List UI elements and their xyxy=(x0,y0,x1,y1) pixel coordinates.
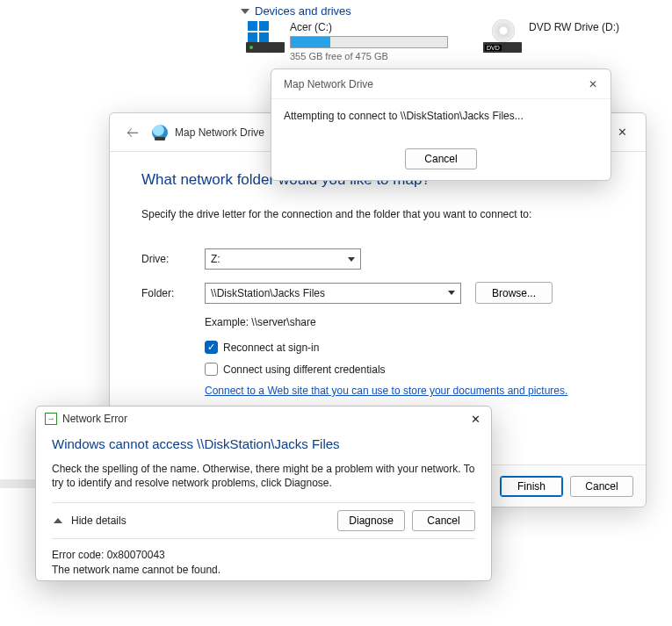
connect-dialog-message: Attempting to connect to \\DiskStation\J… xyxy=(284,110,524,122)
error-titlebar: Network Error ✕ xyxy=(36,407,491,431)
drive-c-usage-bar xyxy=(290,36,448,48)
reconnect-label: Reconnect at sign-in xyxy=(223,342,319,354)
reconnect-checkbox[interactable] xyxy=(205,341,218,354)
error-close-button[interactable]: ✕ xyxy=(459,408,491,429)
error-heading: Windows cannot access \\DiskStation\Jack… xyxy=(52,436,475,451)
hide-details-toggle[interactable]: Hide details xyxy=(54,514,126,527)
error-body-text: Check the spelling of the name. Otherwis… xyxy=(52,462,475,490)
drive-c-icon xyxy=(246,21,283,53)
devices-and-drives-header[interactable]: Devices and drives xyxy=(241,4,672,18)
connect-website-link[interactable]: Connect to a Web site that you can use t… xyxy=(205,385,567,397)
drive-letter-dropdown[interactable]: Z: xyxy=(205,248,361,270)
folder-path-value: \\DiskStation\Jacks Files xyxy=(211,287,325,299)
connect-dialog-title: Map Network Drive xyxy=(284,78,373,90)
drive-letter-value: Z: xyxy=(211,253,220,265)
error-message: The network name cannot be found. xyxy=(52,563,475,578)
wizard-title: Map Network Drive xyxy=(175,126,264,139)
wizard-instruction: Specify the drive letter for the connect… xyxy=(141,208,614,220)
wizard-cancel-button[interactable]: Cancel xyxy=(570,476,633,497)
connect-dialog-close-button[interactable]: ✕ xyxy=(575,73,611,96)
example-text: Example: \\server\share xyxy=(205,316,614,328)
different-credentials-label: Connect using different credentials xyxy=(223,363,386,376)
drive-label: Drive: xyxy=(141,253,205,265)
error-code: Error code: 0x80070043 xyxy=(52,548,475,563)
attempting-connect-dialog: Map Network Drive ✕ Attempting to connec… xyxy=(271,68,611,181)
different-credentials-checkbox[interactable] xyxy=(205,363,218,376)
finish-button[interactable]: Finish xyxy=(500,476,563,497)
back-button[interactable]: 🡠 xyxy=(120,120,145,145)
section-title: Devices and drives xyxy=(255,4,351,18)
diagnose-button[interactable]: Diagnose xyxy=(337,510,405,531)
connect-dialog-titlebar: Map Network Drive ✕ xyxy=(271,69,611,99)
chevron-down-icon xyxy=(348,257,355,262)
drive-c[interactable]: Acer (C:) 355 GB free of 475 GB xyxy=(246,21,448,61)
arrow-left-icon: 🡠 xyxy=(126,126,139,140)
dvd-drive-icon: DVD xyxy=(483,21,522,53)
drive-c-name: Acer (C:) xyxy=(290,21,448,33)
drive-c-free-text: 355 GB free of 475 GB xyxy=(290,51,448,61)
error-title: Network Error xyxy=(62,413,127,425)
folder-label: Folder: xyxy=(141,287,205,299)
network-error-dialog: Network Error ✕ Windows cannot access \\… xyxy=(35,406,492,581)
chevron-down-icon xyxy=(448,291,455,295)
hide-details-label: Hide details xyxy=(71,514,126,527)
drive-d-name: DVD RW Drive (D:) xyxy=(529,21,619,33)
browse-button[interactable]: Browse... xyxy=(475,282,553,304)
folder-path-combobox[interactable]: \\DiskStation\Jacks Files xyxy=(205,283,461,304)
error-cancel-button[interactable]: Cancel xyxy=(412,510,475,531)
error-details: Error code: 0x80070043 The network name … xyxy=(52,539,475,578)
chevron-up-icon xyxy=(54,518,62,523)
drive-d[interactable]: DVD DVD RW Drive (D:) xyxy=(483,21,672,53)
network-error-icon xyxy=(45,413,57,425)
network-drive-icon xyxy=(152,125,168,140)
connect-dialog-cancel-button[interactable]: Cancel xyxy=(405,148,477,169)
chevron-down-icon xyxy=(241,9,249,14)
